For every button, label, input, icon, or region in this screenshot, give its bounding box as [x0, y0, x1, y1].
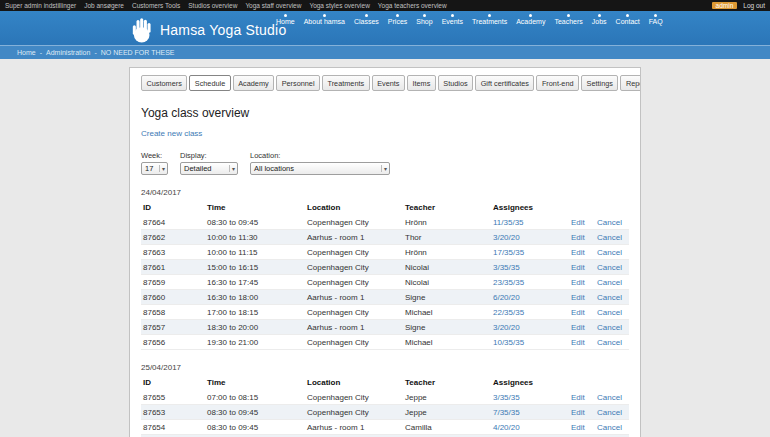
assignees-link[interactable]: 3/20/20	[493, 233, 520, 242]
assignees-link[interactable]: 22/35/35	[493, 308, 524, 317]
nav-item-shop[interactable]: Shop	[416, 14, 432, 25]
nav-item-jobs[interactable]: Jobs	[592, 14, 607, 25]
site-header: HomeAbout hamsaClassesPricesShopEventsTr…	[0, 11, 770, 45]
nav-item-events[interactable]: Events	[442, 14, 463, 25]
edit-link[interactable]: Edit	[571, 218, 585, 227]
nav-item-contact[interactable]: Contact	[616, 14, 640, 25]
edit-link[interactable]: Edit	[571, 233, 585, 242]
cancel-link[interactable]: Cancel	[597, 308, 622, 317]
class-id: 87653	[141, 405, 205, 420]
admin-content-card: CustomersScheduleAcademyPersonnelTreatme…	[129, 67, 641, 437]
class-id: 87656	[141, 335, 205, 350]
nav-item-treatments[interactable]: Treatments	[472, 14, 507, 25]
create-new-class-link[interactable]: Create new class	[141, 129, 202, 138]
admin-bar-item-studios-overview[interactable]: Studios overview	[188, 2, 237, 9]
tab-academy[interactable]: Academy	[233, 75, 274, 91]
edit-cell: Edit	[569, 230, 595, 245]
cancel-link[interactable]: Cancel	[597, 408, 622, 417]
tab-studios[interactable]: Studios	[438, 75, 473, 91]
nav-item-prices[interactable]: Prices	[388, 14, 407, 25]
cancel-link[interactable]: Cancel	[597, 278, 622, 287]
display-select[interactable]: Detailed ▾	[180, 162, 238, 175]
cancel-cell: Cancel	[595, 275, 629, 290]
week-select[interactable]: 17 ▾	[141, 162, 168, 175]
edit-link[interactable]: Edit	[571, 393, 585, 402]
breadcrumb-item-home[interactable]: Home	[17, 49, 36, 56]
cancel-link[interactable]: Cancel	[597, 263, 622, 272]
cancel-cell: Cancel	[595, 305, 629, 320]
assignees-link[interactable]: 3/35/35	[493, 263, 520, 272]
nav-item-label: Academy	[516, 18, 545, 25]
admin-bar-item-super-admin-indstillinger[interactable]: Super admin indstillinger	[5, 2, 76, 9]
tab-reports[interactable]: Reports	[620, 75, 641, 91]
admin-bar: Super admin indstillingerJob ansøgereCus…	[0, 0, 770, 11]
assignees-link[interactable]: 4/20/20	[493, 423, 520, 432]
tab-personnel[interactable]: Personnel	[276, 75, 320, 91]
nav-bullet-icon	[567, 14, 570, 17]
edit-link[interactable]: Edit	[571, 408, 585, 417]
cancel-link[interactable]: Cancel	[597, 233, 622, 242]
class-teacher: Hrönn	[403, 245, 491, 260]
cancel-link[interactable]: Cancel	[597, 338, 622, 347]
page-background: CustomersScheduleAcademyPersonnelTreatme…	[0, 67, 770, 437]
edit-cell: Edit	[569, 420, 595, 435]
nav-item-about-hamsa[interactable]: About hamsa	[304, 14, 345, 25]
logout-link[interactable]: Log out	[743, 2, 765, 9]
cancel-link[interactable]: Cancel	[597, 393, 622, 402]
admin-bar-item-customers-tools[interactable]: Customers Tools	[132, 2, 180, 9]
week-filter: Week: 17 ▾	[141, 151, 168, 175]
class-teacher: Hrönn	[403, 215, 491, 230]
location-select[interactable]: All locations ▾	[250, 162, 390, 175]
tab-events[interactable]: Events	[372, 75, 405, 91]
edit-link[interactable]: Edit	[571, 293, 585, 302]
nav-item-faq[interactable]: FAQ	[649, 14, 663, 25]
class-time: 17:00 to 18:15	[205, 305, 305, 320]
breadcrumb-item-administration[interactable]: Administration	[46, 49, 90, 56]
class-location: Copenhagen City	[305, 215, 403, 230]
class-assignees-cell: 23/35/35	[491, 275, 569, 290]
assignees-link[interactable]: 3/20/20	[493, 323, 520, 332]
assignees-link[interactable]: 11/35/35	[493, 218, 524, 227]
cancel-link[interactable]: Cancel	[597, 293, 622, 302]
assignees-link[interactable]: 6/20/20	[493, 293, 520, 302]
edit-link[interactable]: Edit	[571, 308, 585, 317]
tab-treatments[interactable]: Treatments	[322, 75, 370, 91]
admin-bar-item-job-ans-gere[interactable]: Job ansøgere	[84, 2, 124, 9]
edit-link[interactable]: Edit	[571, 263, 585, 272]
cancel-link[interactable]: Cancel	[597, 248, 622, 257]
tab-schedule[interactable]: Schedule	[189, 75, 230, 91]
class-teacher: Jeppe	[403, 405, 491, 420]
tab-settings[interactable]: Settings	[581, 75, 618, 91]
nav-item-label: Events	[442, 18, 463, 25]
filters: Week: 17 ▾ Display: Detailed ▾ Location:…	[141, 151, 629, 175]
cancel-link[interactable]: Cancel	[597, 218, 622, 227]
edit-link[interactable]: Edit	[571, 338, 585, 347]
nav-item-teachers[interactable]: Teachers	[554, 14, 582, 25]
cancel-link[interactable]: Cancel	[597, 423, 622, 432]
assignees-link[interactable]: 10/35/35	[493, 338, 524, 347]
tab-customers[interactable]: Customers	[141, 75, 187, 91]
edit-link[interactable]: Edit	[571, 323, 585, 332]
tab-items[interactable]: Items	[407, 75, 436, 91]
class-assignees-cell: 10/35/35	[491, 335, 569, 350]
nav-item-classes[interactable]: Classes	[354, 14, 379, 25]
cancel-link[interactable]: Cancel	[597, 323, 622, 332]
tab-front-end[interactable]: Front-end	[536, 75, 579, 91]
assignees-link[interactable]: 17/35/35	[493, 248, 524, 257]
assignees-link[interactable]: 7/35/35	[493, 408, 520, 417]
edit-cell: Edit	[569, 245, 595, 260]
assignees-link[interactable]: 23/35/35	[493, 278, 524, 287]
admin-user-badge[interactable]: admin	[712, 2, 738, 9]
nav-item-label: Treatments	[472, 18, 507, 25]
edit-cell: Edit	[569, 390, 595, 405]
edit-link[interactable]: Edit	[571, 423, 585, 432]
admin-bar-item-yoga-styles-overview[interactable]: Yoga styles overview	[309, 2, 369, 9]
admin-bar-item-yoga-teachers-overview[interactable]: Yoga teachers overview	[378, 2, 447, 9]
edit-link[interactable]: Edit	[571, 248, 585, 257]
edit-cell: Edit	[569, 260, 595, 275]
edit-link[interactable]: Edit	[571, 278, 585, 287]
assignees-link[interactable]: 3/35/35	[493, 393, 520, 402]
tab-gift-certificates[interactable]: Gift certificates	[475, 75, 534, 91]
admin-bar-item-yoga-staff-overview[interactable]: Yoga staff overview	[245, 2, 301, 9]
nav-item-academy[interactable]: Academy	[516, 14, 545, 25]
